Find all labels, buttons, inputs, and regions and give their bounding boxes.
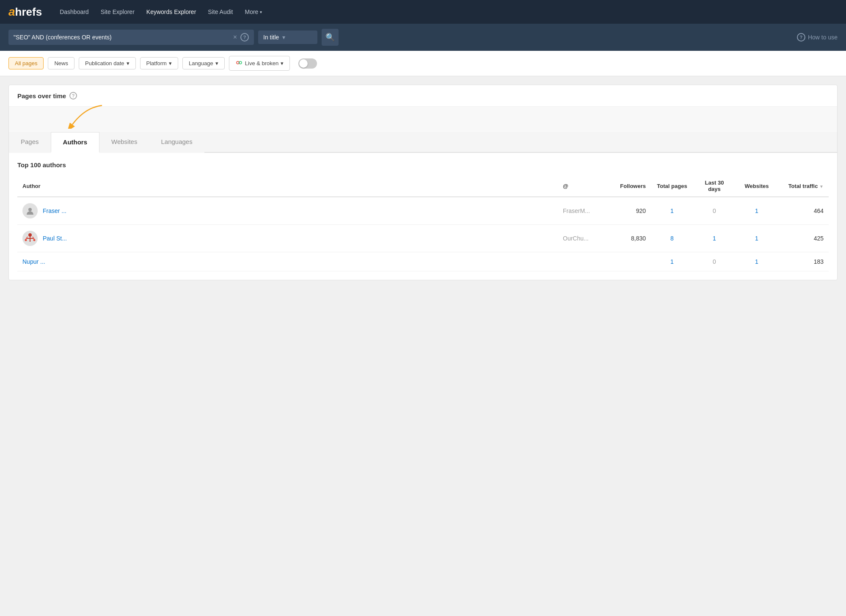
- table-section: Top 100 authors Author @ Followers Total…: [9, 153, 837, 280]
- author-cell-inner-3: Nupur ...: [22, 258, 553, 265]
- author-traffic-2: 425: [778, 225, 829, 252]
- authors-table: Author @ Followers Total pages Last 30 d…: [17, 175, 829, 271]
- language-label: Language: [189, 60, 213, 66]
- author-last30-1: 0: [693, 197, 736, 225]
- pages-over-time-card: Pages over time ? Pages Authors: [8, 85, 838, 280]
- publication-date-button[interactable]: Publication date ▾: [79, 57, 136, 69]
- author-total-pages-3[interactable]: 1: [651, 252, 693, 271]
- author-last30-2[interactable]: 1: [693, 225, 736, 252]
- author-cell-3: Nupur ...: [17, 252, 558, 271]
- author-handle-2: OurChu...: [558, 225, 609, 252]
- how-to-use-label: How to use: [808, 34, 838, 41]
- author-handle-1: FraserM...: [558, 197, 609, 225]
- col-total-traffic[interactable]: Total traffic ▼: [778, 175, 829, 197]
- col-websites: Websites: [736, 175, 778, 197]
- table-header-row: Author @ Followers Total pages Last 30 d…: [17, 175, 829, 197]
- author-name-2[interactable]: Paul St...: [43, 235, 67, 242]
- news-button[interactable]: News: [48, 57, 74, 69]
- link-icon: [235, 59, 243, 68]
- navbar: ahrefs Dashboard Site Explorer Keywords …: [0, 0, 846, 24]
- card-title: Pages over time: [17, 92, 66, 99]
- svg-point-11: [33, 239, 36, 241]
- table-row: Nupur ... 1 0 1 183: [17, 252, 829, 271]
- col-at: @: [558, 175, 609, 197]
- chevron-down-icon: ▾: [260, 10, 262, 14]
- col-followers: Followers: [609, 175, 651, 197]
- tabs-container: Pages Authors Websites Languages: [9, 132, 837, 153]
- filter-label: In title: [263, 34, 279, 41]
- logo[interactable]: ahrefs: [8, 5, 42, 19]
- author-total-pages-2[interactable]: 8: [651, 225, 693, 252]
- toggle-switch[interactable]: [298, 58, 317, 69]
- person-icon: [25, 206, 35, 215]
- author-cell-2: Paul St...: [17, 225, 558, 252]
- logo-hrefs: hrefs: [15, 6, 42, 19]
- svg-point-5: [28, 233, 32, 237]
- toggle-knob: [299, 59, 308, 68]
- search-button[interactable]: 🔍: [322, 29, 339, 46]
- author-cell-inner-1: Fraser ...: [22, 203, 553, 218]
- tab-pages[interactable]: Pages: [9, 132, 51, 153]
- svg-point-9: [25, 239, 27, 241]
- author-traffic-3: 183: [778, 252, 829, 271]
- how-to-use-link[interactable]: ? How to use: [797, 33, 838, 41]
- author-followers-2: 8,830: [609, 225, 651, 252]
- pages-over-time-help-icon[interactable]: ?: [69, 92, 77, 99]
- tab-websites[interactable]: Websites: [99, 132, 149, 153]
- filter-bar: All pages News Publication date ▾ Platfo…: [0, 51, 846, 76]
- logo-a: a: [8, 5, 15, 19]
- search-bar: "SEO" AND (conferences OR events) × ? In…: [0, 24, 846, 51]
- all-pages-button[interactable]: All pages: [8, 57, 44, 69]
- search-help-icon[interactable]: ?: [240, 33, 249, 41]
- col-total-pages: Total pages: [651, 175, 693, 197]
- clear-icon[interactable]: ×: [233, 33, 237, 41]
- section-title: Top 100 authors: [17, 161, 829, 169]
- nav-dashboard[interactable]: Dashboard: [54, 0, 95, 24]
- author-followers-1: 920: [609, 197, 651, 225]
- nav-site-audit[interactable]: Site Audit: [202, 0, 239, 24]
- author-last30-3: 0: [693, 252, 736, 271]
- author-websites-3[interactable]: 1: [736, 252, 778, 271]
- table-row: Paul St... OurChu... 8,830 8 1 1 425: [17, 225, 829, 252]
- language-chevron-icon: ▾: [215, 60, 218, 66]
- author-name-3[interactable]: Nupur ...: [22, 258, 45, 265]
- sort-icon: ▼: [819, 184, 824, 189]
- search-filter-dropdown[interactable]: In title ▾: [258, 30, 317, 44]
- col-last30: Last 30 days: [693, 175, 736, 197]
- author-total-pages-1[interactable]: 1: [651, 197, 693, 225]
- search-icon: 🔍: [325, 33, 335, 42]
- tab-authors[interactable]: Authors: [51, 132, 100, 153]
- author-name-1[interactable]: Fraser ...: [43, 207, 66, 214]
- tabs-row: Pages Authors Websites Languages: [9, 132, 837, 153]
- paul-custom-icon: [22, 231, 38, 246]
- svg-point-4: [28, 208, 32, 211]
- search-input-wrapper[interactable]: "SEO" AND (conferences OR events) × ?: [8, 30, 254, 45]
- main-content: Pages over time ? Pages Authors: [0, 76, 846, 296]
- live-broken-label: Live & broken: [245, 60, 279, 66]
- language-button[interactable]: Language ▾: [182, 57, 225, 69]
- author-traffic-1: 464: [778, 197, 829, 225]
- author-cell-1: Fraser ...: [17, 197, 558, 225]
- tab-languages[interactable]: Languages: [149, 132, 204, 153]
- publication-date-label: Publication date: [85, 60, 124, 66]
- platform-button[interactable]: Platform ▾: [140, 57, 178, 69]
- card-header: Pages over time ?: [9, 85, 837, 107]
- platform-chevron-icon: ▾: [169, 60, 172, 66]
- nav-site-explorer[interactable]: Site Explorer: [95, 0, 141, 24]
- how-to-use-help-icon: ?: [797, 33, 805, 41]
- nav-more[interactable]: More ▾: [239, 0, 268, 24]
- publication-date-chevron-icon: ▾: [127, 60, 130, 66]
- avatar-1: [22, 203, 38, 218]
- author-cell-inner-2: Paul St...: [22, 231, 553, 246]
- live-broken-button[interactable]: Live & broken ▾: [229, 56, 290, 71]
- col-author: Author: [17, 175, 558, 197]
- table-row: Fraser ... FraserM... 920 1 0 1 464: [17, 197, 829, 225]
- author-websites-1[interactable]: 1: [736, 197, 778, 225]
- avatar-2: [22, 231, 38, 246]
- author-followers-3: [609, 252, 651, 271]
- author-handle-3: [558, 252, 609, 271]
- live-broken-chevron-icon: ▾: [281, 60, 284, 66]
- nav-keywords-explorer[interactable]: Keywords Explorer: [141, 0, 202, 24]
- filter-chevron-icon: ▾: [282, 34, 285, 41]
- author-websites-2[interactable]: 1: [736, 225, 778, 252]
